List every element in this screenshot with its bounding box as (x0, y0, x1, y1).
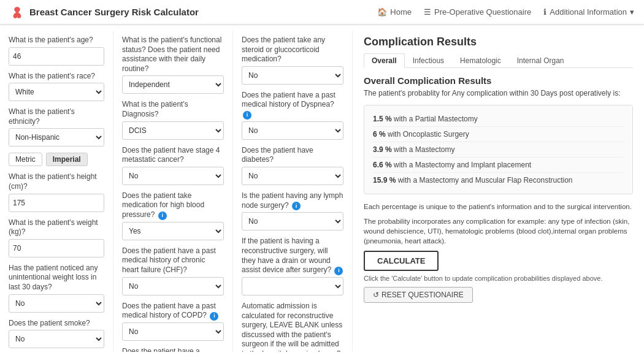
mid-column: What is the patient's functional status?… (113, 31, 233, 352)
bp-med-select[interactable]: NoYes (122, 222, 224, 240)
lymph-info-icon[interactable]: i (292, 202, 301, 210)
imperial-button[interactable]: Imperial (46, 153, 88, 166)
results-note-2: The probability incorporates any complic… (364, 216, 633, 246)
smoke-select[interactable]: NoYes (9, 330, 104, 348)
race-select[interactable]: WhiteBlackAsianOther (9, 83, 104, 101)
diagnosis-select[interactable]: DCISInvasive DuctalInvasive LobularOther (122, 121, 224, 140)
diabetes-group: Does the patient have diabetes? NoYes (242, 146, 343, 185)
tab-internal-organ[interactable]: Internal Organ (509, 53, 572, 67)
height-group: What is the patient's height (cm)? (9, 172, 104, 211)
nav-home[interactable]: 🏠 Home (377, 7, 412, 17)
nav-info[interactable]: ℹ Additional Information ▾ (543, 7, 634, 17)
tab-infectious[interactable]: Infectious (405, 53, 452, 67)
result-item-5: 15.9 % with a Mastectomy and Muscular Fl… (373, 173, 624, 188)
result-label-1: with a Partial Mastectomy (394, 115, 478, 123)
bp-med-info-icon[interactable]: i (158, 211, 167, 220)
bp-med-group: Does the patient take medication for hig… (122, 191, 224, 240)
stage4-label: Does the patient have stage 4 metastatic… (122, 146, 224, 165)
reset-button[interactable]: ↺ RESET QUESTIONAIRE (364, 287, 473, 303)
drain-info-icon[interactable]: i (334, 267, 343, 275)
result-pct-1: 1.5 % (373, 115, 392, 123)
home-icon: 🏠 (377, 7, 387, 17)
ethnicity-group: What is the patient's ethnicity? Non-His… (9, 107, 104, 147)
tab-overall[interactable]: Overall (364, 53, 405, 68)
weight-loss-label: Has the patient noticed any unintentiona… (9, 264, 104, 292)
age-label: What is the patient's age? (9, 36, 104, 45)
result-item-1: 1.5 % with a Partial Mastectomy (373, 112, 624, 127)
result-label-3: with a Mastectomy (394, 145, 454, 154)
bleeding-label: Does the patient have a bleeding disorde… (122, 347, 224, 352)
drain-group: If the patient is having a reconstructiv… (242, 237, 343, 295)
diabetes-select[interactable]: NoYes (242, 167, 343, 185)
chevron-down-icon: ▾ (630, 7, 634, 17)
preop-icon: ☰ (424, 7, 431, 17)
steroid-select[interactable]: NoYes (242, 66, 343, 85)
unit-toggle: Metric Imperial (9, 153, 104, 166)
reset-label: RESET QUESTIONAIRE (381, 291, 464, 299)
steroid-label: Does the patient take any steroid or glu… (242, 36, 343, 64)
chf-group: Does the patient have a past medical his… (122, 246, 224, 295)
brand: Breast Cancer Surgery Risk Calculator (10, 5, 199, 20)
stage4-select[interactable]: NoYes (122, 167, 224, 185)
functional-select[interactable]: IndependentPartially DependentTotally De… (122, 75, 224, 94)
lymph-group: Is the patient having any lymph node sur… (242, 191, 343, 230)
results-column: Complication Results Overall Infectious … (353, 31, 644, 352)
height-label: What is the patient's height (cm)? (9, 172, 104, 191)
age-group: What is the patient's age? (9, 36, 104, 66)
weight-label: What is the patient's weight (kg)? (9, 218, 104, 237)
brand-text: Breast Cancer Surgery Risk Calculator (29, 7, 199, 17)
calculate-button[interactable]: CALCULATE (364, 251, 439, 271)
smoke-label: Does the patient smoke? (9, 319, 104, 329)
chf-select[interactable]: NoYes (122, 277, 224, 295)
result-item-2: 6 % with Oncoplastic Surgery (373, 127, 624, 142)
functional-group: What is the patient's functional status?… (122, 36, 224, 94)
ethnicity-select[interactable]: Non-HispanicHispanic (9, 128, 104, 147)
dyspnea-group: Does the patient have a past medical his… (242, 91, 343, 140)
result-label-4: with a Mastectomy and Implant placement (394, 161, 531, 169)
race-group: What is the patient's race? WhiteBlackAs… (9, 72, 104, 102)
bleeding-group: Does the patient have a bleeding disorde… (122, 347, 224, 352)
calculate-note: Click the 'Calculate' button to update c… (364, 275, 633, 282)
diagnosis-group: What is the patient's Diagnosis? DCISInv… (122, 100, 224, 139)
steroid-group: Does the patient take any steroid or glu… (242, 36, 343, 85)
drain-label: If the patient is having a reconstructiv… (242, 237, 343, 275)
dyspnea-label: Does the patient have a past medical his… (242, 91, 343, 120)
result-pct-3: 3.9 % (373, 145, 392, 154)
weight-group: What is the patient's weight (kg)? (9, 218, 104, 257)
results-description: The patient's probablity for Any complic… (364, 88, 633, 99)
results-tabs: Overall Infectious Hematologic Internal … (364, 53, 633, 68)
age-input[interactable] (9, 47, 104, 66)
copd-group: Does the patient have a past medical his… (122, 302, 224, 341)
result-item-3: 3.9 % with a Mastectomy (373, 142, 624, 158)
lymph-select[interactable]: NoYes (242, 212, 343, 230)
results-title: Complication Results (364, 36, 633, 48)
result-label-2: with Oncoplastic Surgery (388, 130, 469, 139)
reset-icon: ↺ (373, 291, 379, 299)
dyspnea-info-icon[interactable]: i (243, 111, 251, 120)
copd-select[interactable]: NoYes (122, 322, 224, 341)
chf-label: Does the patient have a past medical his… (122, 246, 224, 275)
copd-info-icon[interactable]: i (210, 312, 218, 321)
weight-loss-select[interactable]: NoYes (9, 294, 104, 313)
metric-button[interactable]: Metric (9, 153, 42, 166)
admission-label: Automatic admission is calculated for re… (242, 302, 343, 352)
info-nav-icon: ℹ (543, 7, 546, 17)
nav-preop[interactable]: ☰ Pre-Operative Questionaire (424, 7, 531, 17)
result-pct-4: 6.6 % (373, 161, 392, 169)
result-pct-2: 6 % (373, 130, 386, 139)
navbar-links: 🏠 Home ☰ Pre-Operative Questionaire ℹ Ad… (377, 7, 634, 17)
dyspnea-select[interactable]: NoYes (242, 121, 343, 140)
navbar: Breast Cancer Surgery Risk Calculator 🏠 … (0, 0, 644, 25)
ribbon-icon (10, 5, 25, 20)
left-column: What is the patient's age? What is the p… (0, 31, 113, 352)
results-note-1: Each percentage is unique to the patient… (364, 202, 633, 211)
copd-label: Does the patient have a past medical his… (122, 302, 224, 321)
smoke-group: Does the patient smoke? NoYes (9, 319, 104, 349)
bp-med-label: Does the patient take medication for hig… (122, 191, 224, 220)
weight-input[interactable] (9, 239, 104, 257)
result-item-4: 6.6 % with a Mastectomy and Implant plac… (373, 158, 624, 173)
drain-select[interactable]: NoYes (242, 277, 343, 295)
height-input[interactable] (9, 194, 104, 212)
main-container: What is the patient's age? What is the p… (0, 25, 644, 358)
tab-hematologic[interactable]: Hematologic (452, 53, 509, 67)
